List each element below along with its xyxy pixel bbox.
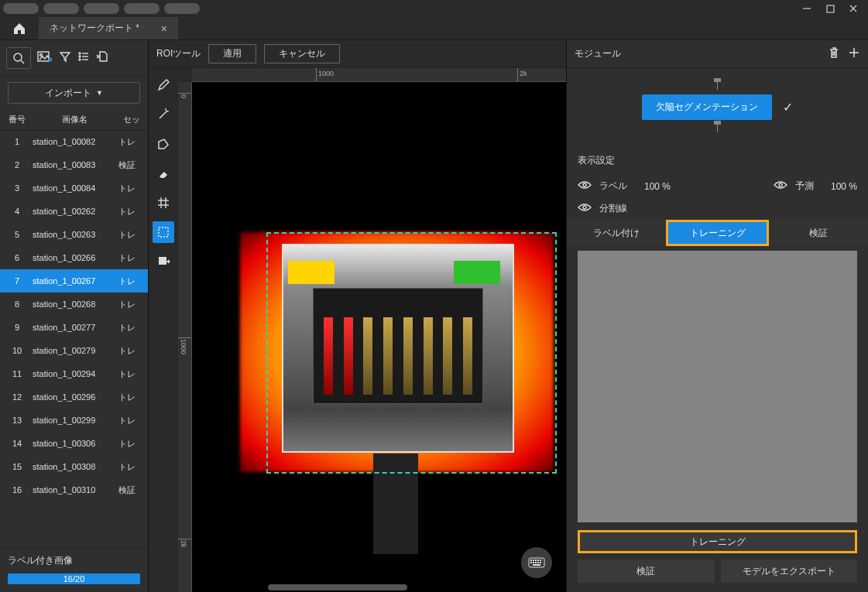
menu-blur	[164, 3, 200, 14]
row-name: station_1_00083	[31, 160, 118, 169]
eye-icon[interactable]	[578, 180, 592, 192]
horizontal-scrollbar[interactable]	[268, 584, 407, 590]
table-row[interactable]: 15station_1_00308トレ	[0, 455, 148, 478]
filter-icon[interactable]	[59, 50, 71, 65]
viewport[interactable]	[192, 82, 566, 592]
table-row[interactable]: 3station_1_00084トレ	[0, 176, 148, 200]
tab-close-icon[interactable]: ×	[161, 22, 167, 35]
svg-point-11	[79, 56, 81, 57]
vertical-ruler: 0 1000 2k	[178, 82, 192, 592]
image-list-panel: インポート ▼ 番号 画像名 セッ 1station_1_00082トレ2sta…	[0, 40, 149, 592]
roi-title: ROIツール	[156, 47, 201, 60]
row-number: 13	[3, 416, 31, 425]
image-table-body[interactable]: 1station_1_00082トレ2station_1_00083検証3sta…	[0, 130, 148, 547]
canvas-panel: ROIツール 適用 キャンセル 1000 2k 0 1	[149, 40, 566, 592]
verify-button[interactable]: 検証	[578, 559, 715, 583]
maximize-button[interactable]	[818, 0, 842, 17]
export-model-button[interactable]: モデルをエクスポート	[721, 559, 858, 583]
progress-bar: 16/20	[8, 573, 140, 584]
row-name: station_1_00268	[31, 299, 118, 309]
import-label: インポート	[45, 87, 91, 100]
grid-tool[interactable]	[153, 192, 174, 214]
eye-icon[interactable]	[774, 180, 787, 192]
delete-icon[interactable]	[828, 46, 840, 61]
tab-labeling[interactable]: ラベル付け	[567, 220, 666, 246]
svg-rect-24	[535, 559, 537, 561]
row-set: トレ	[118, 275, 145, 287]
svg-rect-19	[159, 228, 168, 237]
row-set: トレ	[118, 461, 145, 473]
table-row[interactable]: 14station_1_00306トレ	[0, 432, 148, 455]
minimize-button[interactable]	[795, 0, 818, 17]
table-row[interactable]: 4station_1_00262トレ	[0, 200, 148, 223]
svg-point-13	[79, 59, 81, 60]
table-row[interactable]: 10station_1_00279トレ	[0, 339, 148, 362]
label-toggle-label: ラベル	[599, 180, 627, 193]
table-row[interactable]: 1station_1_00082トレ	[0, 130, 148, 153]
import-button[interactable]: インポート ▼	[8, 82, 140, 104]
row-number: 11	[3, 369, 31, 378]
list-icon[interactable]	[77, 50, 90, 65]
add-icon[interactable]	[848, 46, 860, 61]
row-name: station_1_00308	[31, 462, 118, 471]
table-row[interactable]: 8station_1_00268トレ	[0, 293, 148, 316]
eraser-tool[interactable]	[153, 163, 174, 184]
table-row[interactable]: 2station_1_00083検証	[0, 153, 148, 176]
svg-point-7	[40, 54, 43, 56]
segline-label: 分割線	[599, 202, 627, 215]
canvas[interactable]: 1000 2k 0 1000 2k	[178, 68, 566, 592]
row-name: station_1_00266	[31, 253, 118, 262]
magic-pen-tool[interactable]	[153, 104, 174, 125]
menu-blur	[124, 3, 160, 14]
tab-training[interactable]: トレーニング	[666, 220, 770, 246]
document-tab[interactable]: ネットワークポート * ×	[39, 17, 178, 39]
rect-select-tool[interactable]	[153, 221, 174, 243]
table-row[interactable]: 7station_1_00267トレ	[0, 269, 148, 293]
roi-overlay[interactable]	[266, 232, 557, 474]
row-name: station_1_00277	[31, 323, 118, 332]
row-name: station_1_00310	[31, 485, 118, 494]
row-set: トレ	[118, 252, 145, 264]
svg-rect-29	[535, 562, 537, 563]
table-row[interactable]: 6station_1_00266トレ	[0, 246, 148, 269]
cancel-button[interactable]: キャンセル	[264, 44, 340, 63]
row-name: station_1_00084	[31, 183, 118, 193]
label-percent: 100 %	[644, 181, 671, 192]
train-button[interactable]: トレーニング	[578, 530, 857, 553]
search-button[interactable]	[6, 47, 31, 69]
table-row[interactable]: 11station_1_00294トレ	[0, 362, 148, 385]
brush-tool[interactable]	[153, 74, 174, 96]
module-node[interactable]: 欠陥セグメンテーション	[642, 94, 772, 120]
table-row[interactable]: 12station_1_00296トレ	[0, 385, 148, 409]
tabstrip: ネットワークポート * ×	[0, 17, 868, 40]
close-button[interactable]	[842, 0, 865, 17]
row-name: station_1_00262	[31, 207, 118, 216]
titlebar	[0, 0, 868, 17]
eye-icon[interactable]	[578, 203, 592, 214]
row-number: 6	[3, 253, 31, 262]
menu-blur	[84, 3, 119, 14]
keyboard-button[interactable]	[521, 547, 552, 578]
row-name: station_1_00263	[31, 230, 118, 239]
apply-button[interactable]: 適用	[208, 44, 256, 63]
home-button[interactable]	[0, 17, 39, 39]
export-icon[interactable]	[96, 50, 110, 65]
tab-verify[interactable]: 検証	[769, 220, 868, 246]
transform-tool[interactable]	[153, 251, 174, 272]
module-title: モジュール	[575, 47, 820, 60]
dropdown-icon: ▼	[96, 89, 103, 97]
horizontal-ruler: 1000 2k	[192, 68, 566, 82]
table-row[interactable]: 13station_1_00299トレ	[0, 409, 148, 432]
row-set: トレ	[118, 415, 145, 426]
table-row[interactable]: 5station_1_00263トレ	[0, 223, 148, 246]
image-preview-icon[interactable]	[37, 50, 53, 65]
row-number: 16	[3, 485, 31, 494]
polygon-tool[interactable]	[153, 133, 174, 155]
svg-rect-20	[159, 257, 166, 265]
svg-rect-23	[533, 559, 534, 561]
svg-rect-31	[540, 562, 541, 563]
roi-toolbar: ROIツール 適用 キャンセル	[149, 40, 566, 68]
table-row[interactable]: 16station_1_00310検証	[0, 478, 148, 501]
row-number: 12	[3, 392, 31, 402]
table-row[interactable]: 9station_1_00277トレ	[0, 316, 148, 339]
